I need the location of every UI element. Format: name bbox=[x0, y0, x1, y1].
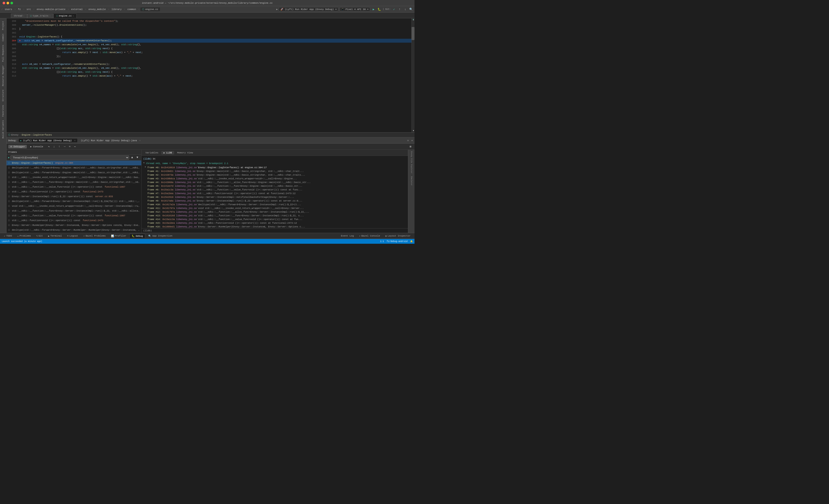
frame-item-9[interactable]: □ void std::__ndk1::__invoke_void_return… bbox=[6, 204, 141, 208]
thread-up[interactable]: ▲ bbox=[130, 155, 134, 160]
toolbar-users[interactable]: Users bbox=[4, 8, 13, 11]
tab-profiler[interactable]: 📊 Profiler bbox=[109, 234, 129, 238]
search-button[interactable]: 🔍 bbox=[409, 7, 413, 11]
frame-item-11[interactable]: □ std::__ndk1::__function::__value_func<… bbox=[6, 213, 141, 218]
debugger-tab-btn[interactable]: ⏸ Debugger bbox=[8, 145, 27, 148]
restore-layout-icon[interactable]: ⊞ bbox=[408, 145, 413, 149]
lldb-input-field[interactable] bbox=[153, 229, 406, 232]
breadcrumb-envoy[interactable]: Envoy bbox=[11, 133, 19, 136]
file-tab-thread[interactable]: thread ✕ bbox=[11, 13, 27, 18]
debug-settings-icon[interactable]: ⚙ bbox=[407, 139, 409, 142]
debug-tab-lyft[interactable]: ▶ (Lyft) Run Rider App (Envoy Debug) ✕ bbox=[19, 139, 77, 142]
toolbar-src[interactable]: src bbox=[25, 8, 32, 11]
frame-item-0[interactable]: □ Envoy::Engine::logInterfaces() engine.… bbox=[6, 161, 141, 165]
close-button[interactable] bbox=[3, 2, 5, 4]
run-button[interactable]: ▶ bbox=[371, 7, 376, 11]
tab-variables[interactable]: Variables bbox=[143, 151, 160, 155]
git-pull[interactable]: ↓ bbox=[403, 7, 407, 11]
frame-item-7[interactable]: □ Envoy::Server::InstanceImpl::run():$_2… bbox=[6, 194, 141, 199]
tab-debug[interactable]: 🐛 Debug bbox=[129, 234, 145, 238]
frame-item-1[interactable]: □ decltype(std::__ndk1::forward<Envoy::E… bbox=[6, 165, 141, 170]
tab-layout-inspector[interactable]: ⊞ Layout Inspector bbox=[383, 234, 413, 238]
project-icon[interactable]: Project bbox=[1, 20, 5, 31]
file-tab-type-traits-close[interactable]: ✕ bbox=[49, 15, 50, 17]
toolbar-common[interactable]: common bbox=[126, 8, 137, 11]
debug-tab-lyft-close[interactable]: ✕ bbox=[74, 139, 76, 142]
device-selector[interactable]: 📱 Pixel 4 API 30 ▾ bbox=[339, 7, 370, 11]
frame-item-15[interactable]: □ void std::__ndk1::__invoke_void_return… bbox=[6, 232, 141, 233]
toolbar-external[interactable]: external bbox=[70, 8, 84, 11]
debug-tab-java[interactable]: (Lyft) Run Rider App (Envoy Debug)-java … bbox=[79, 139, 142, 142]
debug-tab-java-close[interactable]: ✕ bbox=[139, 139, 141, 142]
pull-requests-icon[interactable]: Pull Requests bbox=[1, 44, 5, 63]
debug-run-button[interactable]: 🐛 bbox=[377, 7, 382, 11]
frame-item-13[interactable]: □ Envoy::Server::RunHelper(Envoy::Server… bbox=[6, 223, 141, 228]
maximize-button[interactable] bbox=[10, 2, 13, 4]
step-into-btn[interactable]: ↓ bbox=[52, 145, 56, 149]
git-fetch[interactable]: ↑ bbox=[398, 7, 402, 11]
debug-collapse-icon[interactable]: ✕ bbox=[411, 139, 413, 142]
frame-item-3[interactable]: □ std::__ndk1::__invoke_void_return_wrap… bbox=[6, 175, 141, 180]
step-out-btn[interactable]: ↑ bbox=[57, 145, 61, 149]
frame-item-14[interactable]: □ decltype(std::__ndk1::forward<Envoy::S… bbox=[6, 228, 141, 232]
editor-scrollbar[interactable]: ▲ ▼ ↑7 bbox=[411, 18, 414, 132]
scroll-bottom[interactable]: ▼ bbox=[413, 130, 414, 132]
bazel-console-icon: ⚡ bbox=[359, 235, 361, 237]
more-btn[interactable]: ⋯ bbox=[73, 145, 77, 149]
frame-item-4[interactable]: □ std::__ndk1::__function::__func<Envoy:… bbox=[6, 180, 141, 185]
toolbar-envoy-mobile[interactable]: envoy-mobile-private bbox=[35, 8, 67, 11]
breadcrumb-fn[interactable]: Engine::logInterfaces bbox=[22, 133, 52, 136]
evaluate-btn[interactable]: = bbox=[68, 145, 72, 149]
toolbar-library[interactable]: library bbox=[110, 8, 123, 11]
tab-bazel-problems[interactable]: ⚡ Bazel Problems bbox=[81, 234, 108, 238]
tab-problems[interactable]: ⚠ Problems bbox=[15, 234, 33, 238]
run-to-cursor-btn[interactable]: → bbox=[62, 145, 67, 149]
lldb-fn-9: frame #9 bbox=[147, 200, 158, 202]
thread-dropdown[interactable]: Thread-43-[EnvoyMain] bbox=[10, 155, 129, 160]
frame-item-8[interactable]: □ decltype(std::__ndk1::forward<Envoy::S… bbox=[6, 199, 141, 204]
emulator-icon[interactable]: Emulator bbox=[410, 176, 413, 186]
file-tab-type-traits[interactable]: ⬡ type_traits ✕ bbox=[27, 13, 53, 18]
file-tab-engine-close[interactable]: ✕ bbox=[73, 15, 74, 17]
tab-logcat[interactable]: ≡ Logcat bbox=[65, 234, 80, 238]
frame-item-12[interactable]: □ std::__ndk1::function<void ()>::operat… bbox=[6, 218, 141, 223]
toolbar-file[interactable]: ⬡ engine.cc bbox=[140, 7, 160, 11]
lldb-frame-6: frame #6: 0x15a1c3a libenvoy_jni.so`std:… bbox=[143, 188, 406, 192]
tab-git[interactable]: ⌥ Git bbox=[34, 234, 45, 238]
code-line-312: [](std::string acc, std::string next) { bbox=[17, 70, 414, 74]
tab-lldb[interactable]: ▶ LLDB bbox=[161, 151, 174, 155]
thread-down[interactable]: ▼ bbox=[135, 155, 140, 160]
minimize-button[interactable] bbox=[6, 2, 9, 4]
resource-manager-icon[interactable]: Resource Manager bbox=[1, 65, 5, 87]
tab-memory[interactable]: Memory View bbox=[175, 151, 195, 155]
frame-item-2[interactable]: □ decltype(std::__ndk1::forward<Envoy::E… bbox=[6, 170, 141, 175]
frame-item-6[interactable]: □ std::__ndk1::function<void ()>::operat… bbox=[6, 189, 141, 194]
lldb-lib-12: libenvoy_jni.so bbox=[176, 211, 197, 213]
toolbar-fz[interactable]: fz bbox=[16, 8, 22, 11]
tab-app-inspection[interactable]: 🔍 App Inspection bbox=[146, 234, 174, 238]
console-tab-btn[interactable]: ▶ Console bbox=[29, 145, 45, 148]
tab-lldb-icon: ▶ bbox=[164, 152, 165, 154]
build-variants-icon[interactable]: Build Variants bbox=[1, 119, 5, 139]
tab-todo[interactable]: ✓ TODO bbox=[2, 234, 14, 238]
lldb-sig-4: std::__ndk1::__function::__alloc_func<En… bbox=[197, 181, 311, 184]
tab-bazel-console[interactable]: ⚡ Bazel Console bbox=[357, 234, 382, 238]
toolbar-envoy-mobile2[interactable]: envoy_mobile bbox=[87, 8, 107, 11]
file-tab-thread-close[interactable]: ✕ bbox=[23, 15, 24, 17]
problems-icon: ⚠ bbox=[17, 235, 19, 237]
git-check[interactable]: ✓ bbox=[392, 7, 396, 11]
tab-event-log[interactable]: Event Log bbox=[339, 234, 356, 238]
frame-item-5[interactable]: □ std::__ndk1::__function::__value_func<… bbox=[6, 185, 141, 189]
frame-file-12: functional:2473 bbox=[83, 219, 103, 222]
commit-icon[interactable]: Commit bbox=[1, 33, 5, 42]
tab-terminal[interactable]: ▶ Terminal bbox=[46, 234, 64, 238]
envoy-file-explorer-icon[interactable]: Envoy File Explorer bbox=[410, 151, 413, 174]
run-config[interactable]: 🚀 (Lyft) Run Rider App (Envoy Debug) ▾ bbox=[279, 7, 338, 11]
favorites-icon[interactable]: Favorites bbox=[1, 104, 5, 118]
window-controls[interactable] bbox=[3, 2, 13, 4]
file-tab-engine[interactable]: ⬡ engine.cc ✕ bbox=[53, 13, 77, 18]
structure-icon[interactable]: Structure bbox=[1, 89, 5, 102]
step-over-btn[interactable]: ↷ bbox=[46, 145, 51, 149]
scrollbar-thumb[interactable] bbox=[411, 27, 414, 40]
frame-item-10[interactable]: □ std::__ndk1::__function::__func<Envoy:… bbox=[6, 208, 141, 213]
